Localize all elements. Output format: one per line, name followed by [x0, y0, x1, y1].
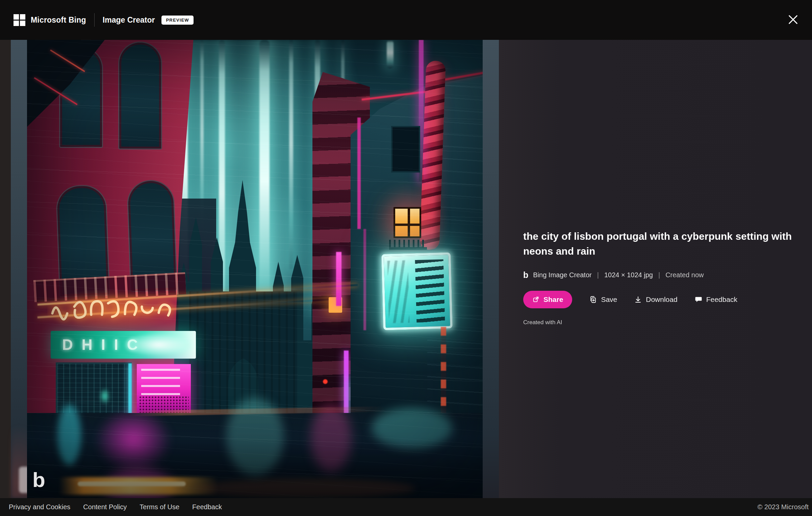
feedback-label: Feedback — [706, 295, 737, 304]
brand-microsoft-bing[interactable]: Microsoft Bing — [31, 16, 86, 25]
footer: Privacy and Cookies Content Policy Terms… — [0, 498, 812, 516]
save-button[interactable]: Save — [589, 295, 617, 304]
close-button[interactable] — [785, 11, 801, 28]
download-icon — [634, 295, 642, 304]
meta-separator: | — [597, 271, 599, 279]
download-label: Download — [646, 295, 677, 304]
save-icon — [589, 295, 597, 304]
share-button[interactable]: Share — [523, 291, 572, 308]
bing-image-creator-page: DHIIC b the city of lisbon portugal with… — [0, 0, 812, 516]
image-metadata: b Bing Image Creator | 1024 × 1024 jpg |… — [523, 271, 804, 279]
meta-dimensions: 1024 × 1024 jpg — [604, 271, 653, 279]
generated-image: DHIIC b — [27, 40, 483, 498]
close-icon — [786, 12, 800, 27]
footer-link-terms[interactable]: Terms of Use — [139, 503, 179, 511]
header: Microsoft Bing Image Creator PREVIEW — [0, 0, 812, 40]
footer-link-content-policy[interactable]: Content Policy — [83, 503, 127, 511]
share-label: Share — [543, 295, 563, 304]
feedback-button[interactable]: Feedback — [694, 295, 737, 304]
share-icon — [532, 296, 540, 303]
save-label: Save — [601, 295, 617, 304]
footer-link-privacy[interactable]: Privacy and Cookies — [9, 503, 70, 511]
download-button[interactable]: Download — [634, 295, 677, 304]
footer-link-feedback[interactable]: Feedback — [192, 503, 222, 511]
meta-separator: | — [658, 271, 660, 279]
app-title-image-creator[interactable]: Image Creator — [103, 16, 155, 25]
bing-icon: b — [523, 271, 528, 279]
meta-source: Bing Image Creator — [533, 271, 591, 279]
meta-created: Created now — [665, 271, 704, 279]
action-buttons: Share Save — [523, 291, 804, 308]
preview-badge: PREVIEW — [161, 16, 193, 25]
details-panel: the city of lisbon portugal with a cyber… — [499, 40, 812, 498]
header-divider — [94, 13, 95, 27]
created-with-ai-note: Created with AI — [523, 319, 804, 326]
microsoft-logo-icon[interactable] — [14, 14, 25, 26]
feedback-icon — [694, 295, 703, 304]
image-prompt-title: the city of lisbon portugal with a cyber… — [523, 229, 804, 259]
watermark-bing-icon: b — [32, 469, 45, 490]
copyright-text: © 2023 Microsoft — [758, 503, 809, 511]
